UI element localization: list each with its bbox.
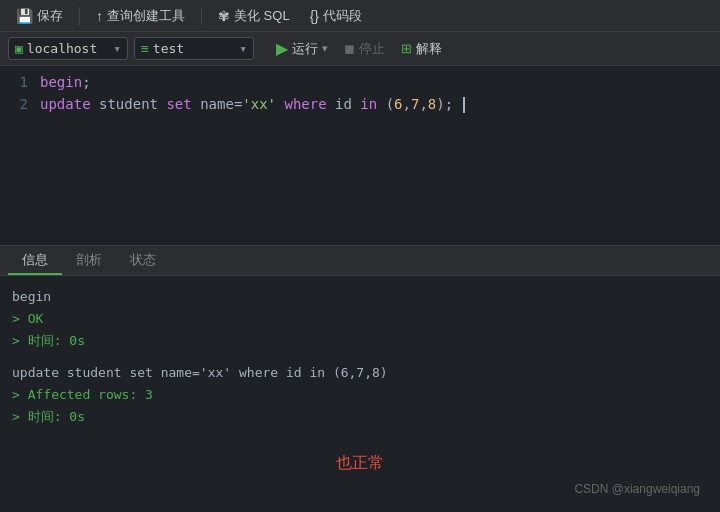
output-blank-1 bbox=[12, 352, 708, 362]
stop-label: 停止 bbox=[359, 40, 385, 58]
output-line-1: begin bbox=[12, 286, 708, 308]
host-select[interactable]: ▣ localhost ▾ bbox=[8, 37, 128, 60]
database-icon: ≡ bbox=[141, 41, 149, 56]
explain-icon: ⊞ bbox=[401, 41, 412, 56]
host-value: localhost bbox=[27, 41, 97, 56]
play-icon: ▶ bbox=[276, 39, 288, 58]
editor-line-2: 2 update student set name='xx' where id … bbox=[0, 96, 720, 118]
stop-icon: ◼ bbox=[344, 41, 355, 56]
run-button[interactable]: ▶ 运行 ▾ bbox=[268, 36, 336, 61]
output-note: 也正常 bbox=[12, 449, 708, 476]
snippet-button[interactable]: {} 代码段 bbox=[302, 4, 370, 28]
database-arrow-icon: ▾ bbox=[239, 41, 247, 56]
query-builder-icon: ↑ bbox=[96, 8, 103, 24]
run-group: ▶ 运行 ▾ ◼ 停止 ⊞ 解释 bbox=[268, 36, 450, 61]
tab-info-label: 信息 bbox=[22, 252, 48, 267]
tab-profile-label: 剖析 bbox=[76, 252, 102, 267]
line-code-1: begin; bbox=[40, 74, 91, 90]
tab-status-label: 状态 bbox=[130, 252, 156, 267]
divider-1 bbox=[79, 7, 80, 25]
save-label: 保存 bbox=[37, 7, 63, 25]
output-line-4: update student set name='xx' where id in… bbox=[12, 362, 708, 384]
run-label: 运行 bbox=[292, 40, 318, 58]
query-builder-button[interactable]: ↑ 查询创建工具 bbox=[88, 4, 193, 28]
save-icon: 💾 bbox=[16, 8, 33, 24]
tab-info[interactable]: 信息 bbox=[8, 247, 62, 275]
editor-line-1: 1 begin; bbox=[0, 74, 720, 96]
beautify-label: 美化 SQL bbox=[234, 7, 290, 25]
host-arrow-icon: ▾ bbox=[113, 41, 121, 56]
line-number-2: 2 bbox=[0, 96, 40, 112]
output-line-5: > Affected rows: 3 bbox=[12, 384, 708, 406]
explain-button[interactable]: ⊞ 解释 bbox=[393, 37, 450, 61]
explain-label: 解释 bbox=[416, 40, 442, 58]
save-button[interactable]: 💾 保存 bbox=[8, 4, 71, 28]
beautify-button[interactable]: ✾ 美化 SQL bbox=[210, 4, 298, 28]
snippet-icon: {} bbox=[310, 8, 319, 24]
query-builder-label: 查询创建工具 bbox=[107, 7, 185, 25]
watermark-text: CSDN @xiangweiqiang bbox=[574, 482, 700, 496]
output-line-6: > 时间: 0s bbox=[12, 406, 708, 428]
output-blank-2 bbox=[12, 429, 708, 439]
line-number-1: 1 bbox=[0, 74, 40, 90]
result-tabs: 信息 剖析 状态 bbox=[0, 246, 720, 276]
database-value: test bbox=[153, 41, 184, 56]
database-select[interactable]: ≡ test ▾ bbox=[134, 37, 254, 60]
snippet-label: 代码段 bbox=[323, 7, 362, 25]
beautify-icon: ✾ bbox=[218, 8, 230, 24]
result-output: begin > OK > 时间: 0s update student set n… bbox=[0, 276, 720, 512]
watermark: CSDN @xiangweiqiang bbox=[574, 482, 700, 496]
output-line-3: > 时间: 0s bbox=[12, 330, 708, 352]
toolbar: 💾 保存 ↑ 查询创建工具 ✾ 美化 SQL {} 代码段 bbox=[0, 0, 720, 32]
tab-profile[interactable]: 剖析 bbox=[62, 247, 116, 275]
divider-2 bbox=[201, 7, 202, 25]
tab-status[interactable]: 状态 bbox=[116, 247, 170, 275]
stop-button[interactable]: ◼ 停止 bbox=[336, 37, 393, 61]
connection-bar: ▣ localhost ▾ ≡ test ▾ ▶ 运行 ▾ ◼ 停止 ⊞ 解释 bbox=[0, 32, 720, 66]
run-arrow-icon: ▾ bbox=[322, 42, 328, 55]
line-code-2: update student set name='xx' where id in… bbox=[40, 96, 465, 113]
host-icon: ▣ bbox=[15, 41, 23, 56]
sql-editor[interactable]: 1 begin; 2 update student set name='xx' … bbox=[0, 66, 720, 246]
output-line-2: > OK bbox=[12, 308, 708, 330]
